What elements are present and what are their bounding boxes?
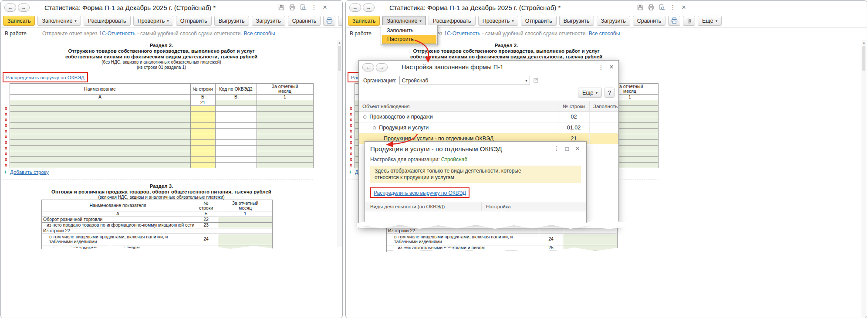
close-icon[interactable]: × (574, 145, 581, 152)
name-cell[interactable] (10, 162, 190, 168)
delete-row-icon[interactable]: x (5, 151, 7, 156)
value-cell[interactable] (218, 222, 273, 228)
menu-item-configure[interactable]: Настроить (382, 35, 436, 44)
send-button[interactable]: Отправить (521, 16, 557, 26)
fill-cell[interactable] (590, 112, 618, 122)
okved-cell[interactable] (215, 100, 257, 105)
delete-row-icon[interactable]: x (5, 157, 7, 162)
delete-row-icon[interactable]: x (5, 140, 7, 145)
save-button[interactable]: Записать (3, 16, 35, 26)
delete-row-icon[interactable]: x (5, 146, 7, 150)
attachments-button[interactable] (338, 16, 343, 26)
fill-cell[interactable] (590, 133, 618, 144)
compare-button[interactable]: Сравнить (633, 16, 666, 26)
value-cell[interactable] (218, 251, 273, 256)
name-cell[interactable] (10, 139, 190, 145)
scroll-thumb[interactable] (338, 46, 341, 71)
load-button[interactable]: Загрузить (597, 16, 630, 26)
check-button[interactable]: Проверить▾ (133, 16, 173, 26)
delete-row-icon[interactable]: x (350, 163, 352, 167)
fill-button[interactable]: Заполнение▾ (382, 16, 426, 26)
row-number-cell[interactable] (190, 162, 215, 168)
load-button[interactable]: Загрузить (252, 16, 285, 26)
delete-row-icon[interactable]: x (5, 106, 7, 111)
delete-row-icon[interactable]: x (350, 140, 352, 145)
status-state-link[interactable]: В работе (350, 31, 372, 37)
row-number-cell[interactable] (190, 105, 215, 111)
all-ways-link[interactable]: Все способы (244, 31, 275, 37)
value-cell[interactable] (563, 234, 618, 245)
value-cell[interactable] (257, 145, 313, 151)
value-cell[interactable] (257, 139, 313, 145)
delete-row-icon[interactable]: x (5, 163, 7, 167)
back-button[interactable]: ← (4, 3, 16, 12)
delete-row-icon[interactable]: x (5, 123, 7, 128)
close-icon[interactable]: × (680, 4, 687, 11)
okved-cell[interactable] (215, 117, 257, 122)
reporting-service-link[interactable]: 1С-Отчетность (444, 31, 480, 37)
decipher-button[interactable]: Расшифровать (84, 16, 131, 26)
forward-button[interactable]: → (18, 3, 30, 12)
delete-row-icon[interactable]: x (5, 117, 7, 122)
attachments-button[interactable] (683, 16, 695, 26)
value-cell[interactable] (218, 245, 273, 251)
okved-cell[interactable] (215, 139, 257, 145)
name-cell[interactable] (10, 151, 190, 156)
send-button[interactable]: Отправить (176, 16, 212, 26)
delete-row-icon[interactable]: x (5, 129, 7, 133)
scroll-up-icon[interactable]: ▴ (861, 40, 866, 45)
close-icon[interactable]: × (321, 4, 328, 11)
delete-row-icon[interactable]: x (350, 151, 352, 156)
value-cell[interactable] (218, 234, 273, 245)
row-number-cell[interactable] (190, 128, 215, 134)
okved-cell[interactable] (215, 162, 257, 168)
row-number-cell[interactable]: 21 (190, 100, 215, 105)
name-cell[interactable] (10, 156, 190, 162)
distribute-revenue-link[interactable]: Распределить выручку по ОКВЭД (6, 75, 84, 80)
row-number-cell[interactable] (190, 117, 215, 122)
status-state-link[interactable]: В работе (5, 31, 27, 37)
forward-button[interactable]: → (363, 3, 375, 12)
close-icon[interactable]: × (608, 64, 615, 71)
delete-row-icon[interactable]: x (350, 123, 352, 128)
okved-cell[interactable] (215, 122, 257, 128)
help-button[interactable]: ? (605, 88, 615, 98)
name-cell[interactable] (10, 117, 190, 122)
okved-cell[interactable] (215, 134, 257, 139)
back-button[interactable]: ← (349, 3, 361, 12)
more-menu-icon[interactable]: ⋮ (598, 64, 605, 71)
okved-cell[interactable] (215, 151, 257, 156)
delete-row-icon[interactable]: x (350, 146, 352, 150)
name-cell[interactable] (10, 111, 190, 117)
open-element-icon[interactable] (533, 78, 539, 83)
delete-row-icon[interactable]: x (350, 129, 352, 133)
print-button[interactable] (668, 16, 680, 26)
delete-row-icon[interactable]: x (350, 112, 352, 116)
add-row-icon[interactable]: + (348, 169, 353, 175)
collapse-icon[interactable]: ⊖ (372, 125, 376, 130)
print-preview-icon[interactable] (659, 4, 665, 11)
value-cell[interactable] (563, 245, 618, 251)
save-button[interactable]: Записать (348, 16, 380, 26)
check-button[interactable]: Проверить▾ (478, 16, 518, 26)
vertical-scrollbar[interactable]: ▴ (861, 40, 866, 317)
delete-row-icon[interactable]: x (350, 117, 352, 122)
collapse-icon[interactable]: ⊖ (363, 114, 367, 119)
row-number-cell[interactable] (190, 145, 215, 151)
name-cell[interactable] (10, 105, 190, 111)
okved-cell[interactable] (215, 156, 257, 162)
row-number-cell[interactable] (190, 156, 215, 162)
print-preview-icon[interactable] (300, 4, 307, 11)
value-cell[interactable] (257, 134, 313, 139)
okved-cell[interactable] (215, 128, 257, 134)
save-icon[interactable] (278, 4, 285, 11)
value-cell[interactable] (257, 156, 313, 162)
name-cell[interactable] (10, 134, 190, 139)
add-row-icon[interactable]: + (3, 169, 8, 175)
more-menu-icon[interactable]: ⋮ (553, 145, 560, 152)
organization-link[interactable]: Стройснаб (441, 156, 467, 163)
value-cell[interactable] (218, 217, 273, 222)
row-number-cell[interactable] (190, 111, 215, 117)
table-row[interactable]: ⊖Продукция и услуги 01,02 (359, 122, 618, 133)
unload-button[interactable]: Выгрузить (214, 16, 249, 26)
